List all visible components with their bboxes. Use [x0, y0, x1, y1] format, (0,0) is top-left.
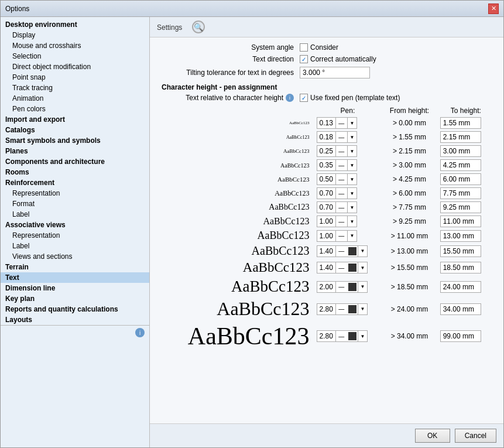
sidebar-item-rooms[interactable]: Rooms	[1, 167, 149, 177]
sidebar-item-mouse[interactable]: Mouse and crosshairs	[1, 40, 149, 51]
sidebar-item-terrain[interactable]: Terrain	[1, 262, 149, 272]
pen-dropdown-0[interactable]: ▼	[347, 117, 356, 129]
sidebar-item-smartsymbols[interactable]: Smart symbols and symbols	[1, 135, 149, 146]
pen-dropdown-4[interactable]: ▼	[347, 173, 356, 185]
to-height-cell-1	[438, 130, 494, 144]
close-button[interactable]: ✕	[488, 4, 499, 14]
pen-dash-2[interactable]: —	[335, 145, 347, 157]
pen-dash-11[interactable]: —	[335, 281, 347, 293]
tilting-input[interactable]	[300, 67, 370, 78]
sidebar-item-catalogs[interactable]: Catalogs	[1, 125, 149, 135]
sidebar-item-importexport[interactable]: Import and export	[1, 114, 149, 125]
sidebar-item-desktop[interactable]: Desktop environment	[1, 19, 149, 30]
sidebar-item-label2[interactable]: Label	[1, 241, 149, 251]
text-direction-checkbox[interactable]: ✓	[300, 55, 308, 63]
sidebar-item-pointsnap[interactable]: Point snap	[1, 72, 149, 83]
to-height-input-4[interactable]	[440, 173, 481, 185]
sidebar: Desktop environmentDisplayMouse and cros…	[1, 17, 150, 447]
to-height-input-2[interactable]	[440, 145, 481, 157]
pen-square-12[interactable]	[348, 305, 356, 313]
to-height-input-5[interactable]	[440, 187, 481, 199]
pen-dropdown-8[interactable]: ▼	[347, 230, 356, 242]
pen-square-13[interactable]	[348, 332, 356, 340]
to-height-input-11[interactable]	[440, 281, 481, 293]
pen-value-4: 0.50	[317, 175, 335, 183]
from-height-13: > 34.00 mm	[381, 321, 437, 351]
sidebar-item-pencolors[interactable]: Pen colors	[1, 104, 149, 114]
pen-value-1: 0.18	[317, 133, 335, 141]
sidebar-item-display[interactable]: Display	[1, 30, 149, 40]
sidebar-item-assocviews[interactable]: Associative views	[1, 220, 149, 230]
to-height-cell-5	[438, 186, 494, 200]
pen-dash-9[interactable]: —	[335, 245, 347, 257]
to-height-cell-12	[438, 297, 494, 321]
pen-square-10[interactable]	[348, 264, 356, 272]
pen-dropdown-13[interactable]: ▼	[358, 330, 367, 342]
pen-dash-13[interactable]: —	[335, 330, 347, 342]
pen-dash-0[interactable]: —	[335, 117, 347, 129]
sample-text-13: AaBbCc123	[159, 321, 314, 351]
use-fixed-pen-checkbox[interactable]: ✓	[300, 94, 308, 102]
pen-dash-12[interactable]: —	[335, 303, 347, 315]
pen-square-9[interactable]	[348, 247, 356, 255]
pen-dropdown-6[interactable]: ▼	[347, 201, 356, 213]
to-height-input-1[interactable]	[440, 131, 481, 143]
pen-dash-3[interactable]: —	[335, 159, 347, 171]
sidebar-item-direct[interactable]: Direct object modification	[1, 61, 149, 72]
sidebar-item-planes[interactable]: Planes	[1, 146, 149, 156]
pen-square-11[interactable]	[348, 283, 356, 291]
pen-dash-10[interactable]: —	[335, 262, 347, 273]
to-height-input-7[interactable]	[440, 216, 481, 227]
pen-dropdown-11[interactable]: ▼	[358, 281, 367, 293]
pen-dropdown-9[interactable]: ▼	[358, 245, 367, 257]
sidebar-item-reinforcement[interactable]: Reinforcement	[1, 177, 149, 188]
to-height-input-6[interactable]	[440, 201, 481, 213]
sidebar-item-viewssections[interactable]: Views and sections	[1, 251, 149, 262]
to-height-input-13[interactable]	[440, 330, 481, 342]
ok-button[interactable]: OK	[415, 429, 450, 443]
pen-dash-8[interactable]: —	[335, 230, 347, 242]
pen-dropdown-1[interactable]: ▼	[347, 131, 356, 143]
pen-dash-1[interactable]: —	[335, 131, 347, 143]
tilting-value	[300, 67, 370, 78]
pen-dropdown-3[interactable]: ▼	[347, 159, 356, 171]
system-angle-checkbox[interactable]	[300, 43, 308, 52]
pen-dash-5[interactable]: —	[335, 187, 347, 199]
to-height-input-12[interactable]	[440, 303, 481, 315]
sidebar-item-track[interactable]: Track tracing	[1, 83, 149, 93]
sidebar-item-repr2[interactable]: Representation	[1, 230, 149, 241]
sidebar-item-keyplan[interactable]: Key plan	[1, 293, 149, 304]
sidebar-item-format1[interactable]: Format	[1, 199, 149, 209]
cancel-button[interactable]: Cancel	[455, 429, 496, 443]
search-icon[interactable]: 🔍	[192, 20, 205, 33]
pen-dash-4[interactable]: —	[335, 173, 347, 185]
to-height-cell-2	[438, 144, 494, 158]
pen-dash-6[interactable]: —	[335, 201, 347, 213]
sidebar-item-reports[interactable]: Reports and quantity calculations	[1, 304, 149, 314]
to-height-input-10[interactable]	[440, 262, 481, 273]
info-icon[interactable]: i	[286, 94, 294, 102]
pen-dropdown-5[interactable]: ▼	[347, 187, 356, 199]
sidebar-item-dimline[interactable]: Dimension line	[1, 283, 149, 293]
pen-dropdown-12[interactable]: ▼	[358, 303, 367, 315]
pen-dropdown-10[interactable]: ▼	[358, 262, 367, 273]
pen-dropdown-2[interactable]: ▼	[347, 145, 356, 157]
sample-text-6: AaBbCc123	[159, 200, 314, 214]
sidebar-item-animation[interactable]: Animation	[1, 93, 149, 104]
sidebar-item-layouts[interactable]: Layouts	[1, 314, 149, 325]
sidebar-item-text[interactable]: Text	[1, 272, 149, 283]
sidebar-info-icon[interactable]: i	[135, 328, 145, 337]
to-height-input-8[interactable]	[440, 230, 481, 242]
from-height-6: > 7.75 mm	[381, 200, 437, 214]
to-height-input-0[interactable]	[440, 117, 481, 129]
sidebar-item-repr1[interactable]: Representation	[1, 188, 149, 199]
to-height-input-9[interactable]	[440, 245, 481, 257]
to-height-input-3[interactable]	[440, 159, 481, 171]
sidebar-item-selection[interactable]: Selection	[1, 51, 149, 61]
sidebar-item-components[interactable]: Components and architecture	[1, 156, 149, 167]
pen-dash-7[interactable]: —	[335, 216, 347, 227]
table-row: AaBbCc1232.80—▼> 34.00 mm	[159, 321, 494, 351]
sidebar-item-label1[interactable]: Label	[1, 209, 149, 220]
pen-dropdown-7[interactable]: ▼	[347, 216, 356, 227]
table-row: AaBbCc1230.35—▼> 3.00 mm	[159, 158, 494, 172]
